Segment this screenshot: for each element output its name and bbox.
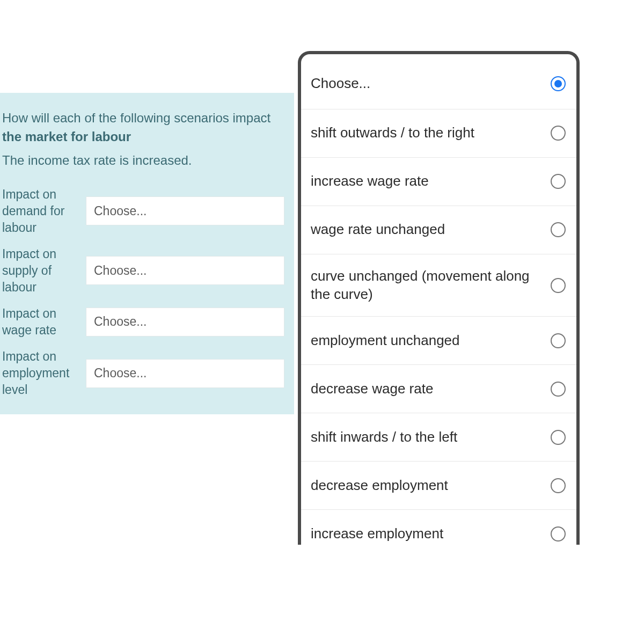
question-bold: the market for labour [2,129,131,144]
radio-icon [551,382,566,397]
scenario-text: The income tax rate is increased. [2,153,284,168]
option-label: increase employment [311,525,450,543]
option-increase-wage[interactable]: increase wage rate [301,158,576,206]
question-text: How will each of the following scenarios… [2,109,284,147]
option-curve-unchanged[interactable]: curve unchanged (movement along the curv… [301,254,576,317]
option-label: shift inwards / to the left [311,428,464,447]
radio-icon [551,174,566,189]
option-shift-inwards[interactable]: shift inwards / to the left [301,413,576,462]
field-label: Impact on demand for labour [2,186,86,236]
option-label: decrease employment [311,477,455,495]
select-value: Choose... [94,204,147,218]
radio-icon [551,126,566,141]
option-shift-outwards[interactable]: shift outwards / to the right [301,109,576,158]
option-wage-unchanged[interactable]: wage rate unchanged [301,206,576,254]
radio-icon [551,278,566,293]
radio-icon [551,333,566,348]
select-wage[interactable]: Choose... [86,308,284,336]
option-label: shift outwards / to the right [311,124,481,142]
select-employment[interactable]: Choose... [86,359,284,388]
option-increase-employment[interactable]: increase employment [301,510,576,545]
field-row-wage: Impact on wage rate Choose... [2,305,284,339]
radio-icon [551,222,566,237]
question-panel: How will each of the following scenarios… [0,93,294,414]
option-label: increase wage rate [311,172,435,191]
option-label: wage rate unchanged [311,221,451,239]
field-row-employment: Impact on employment level Choose... [2,348,284,398]
select-value: Choose... [94,264,147,278]
radio-icon [551,478,566,493]
option-choose[interactable]: Choose... [301,54,576,109]
field-row-demand: Impact on demand for labour Choose... [2,186,284,236]
field-row-supply: Impact on supply of labour Choose... [2,246,284,296]
field-label: Impact on employment level [2,348,86,398]
option-decrease-wage[interactable]: decrease wage rate [301,365,576,413]
field-label: Impact on supply of labour [2,246,86,296]
select-demand[interactable]: Choose... [86,196,284,225]
question-prefix: How will each of the following scenarios… [2,111,270,125]
option-label: decrease wage rate [311,380,440,398]
field-label: Impact on wage rate [2,305,86,339]
option-employment-unchanged[interactable]: employment unchanged [301,317,576,365]
radio-icon [551,430,566,445]
radio-icon [551,526,566,541]
select-value: Choose... [94,314,147,329]
select-supply[interactable]: Choose... [86,256,284,285]
option-label: curve unchanged (movement along the curv… [311,267,551,304]
option-decrease-employment[interactable]: decrease employment [301,462,576,510]
option-label: Choose... [311,75,377,93]
options-dropdown-panel: Choose... shift outwards / to the right … [298,51,580,545]
select-value: Choose... [94,366,147,380]
option-label: employment unchanged [311,332,466,350]
radio-icon [551,76,566,91]
